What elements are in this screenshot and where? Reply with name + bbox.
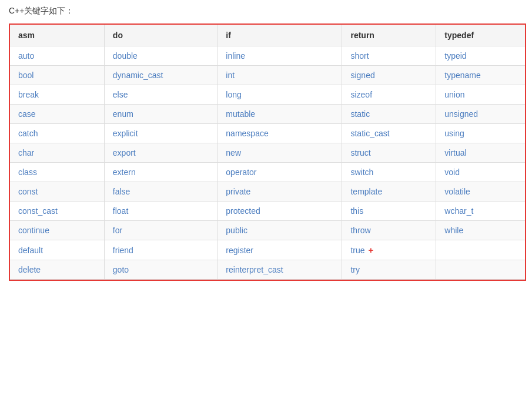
table-row: continueforpublicthrowwhile <box>10 221 525 240</box>
table-cell: float <box>104 202 218 221</box>
table-cell: try <box>342 260 436 280</box>
table-cell: long <box>218 85 342 105</box>
table-cell: virtual <box>436 143 525 163</box>
table-cell: goto <box>104 260 218 280</box>
table-cell: char <box>10 143 104 163</box>
plus-icon: + <box>369 245 374 255</box>
page-title: C++关键字如下： <box>9 6 523 16</box>
table-row: const_castfloatprotectedthiswchar_t <box>10 202 525 221</box>
table-cell: static_cast <box>342 124 436 143</box>
col-header-2: do <box>104 25 218 46</box>
table-row: classexternoperatorswitchvoid <box>10 163 525 182</box>
table-row: defaultfriendregistertrue+ <box>10 240 525 260</box>
table-cell: for <box>104 221 218 240</box>
table-cell: throw <box>342 221 436 240</box>
table-cell: struct <box>342 143 436 163</box>
table-cell: break <box>10 85 104 105</box>
table-cell: friend <box>104 240 218 260</box>
table-cell: unsigned <box>436 105 525 124</box>
keywords-table-wrapper: asm do if return typedef autodoubleinlin… <box>9 24 526 281</box>
table-cell: typename <box>436 66 525 85</box>
table-cell: delete <box>10 260 104 280</box>
table-cell: default <box>10 240 104 260</box>
table-cell: int <box>218 66 342 85</box>
table-cell: export <box>104 143 218 163</box>
table-cell: typeid <box>436 46 525 66</box>
table-cell: const <box>10 182 104 202</box>
table-cell: template <box>342 182 436 202</box>
table-row: constfalseprivatetemplatevolatile <box>10 182 525 202</box>
table-cell: public <box>218 221 342 240</box>
table-cell: short <box>342 46 436 66</box>
table-row: booldynamic_castintsignedtypename <box>10 66 525 85</box>
col-header-1: asm <box>10 25 104 46</box>
col-header-4: return <box>342 25 436 46</box>
table-cell: switch <box>342 163 436 182</box>
table-cell <box>436 240 525 260</box>
table-cell: protected <box>218 202 342 221</box>
table-cell: new <box>218 143 342 163</box>
table-cell: volatile <box>436 182 525 202</box>
table-cell: reinterpret_cast <box>218 260 342 280</box>
table-cell: operator <box>218 163 342 182</box>
table-cell: register <box>218 240 342 260</box>
table-header-row: asm do if return typedef <box>10 25 525 46</box>
table-cell: union <box>436 85 525 105</box>
table-cell: false <box>104 182 218 202</box>
table-cell: enum <box>104 105 218 124</box>
table-row: catchexplicitnamespacestatic_castusing <box>10 124 525 143</box>
table-cell: else <box>104 85 218 105</box>
table-cell: mutable <box>218 105 342 124</box>
table-cell: while <box>436 221 525 240</box>
table-cell: bool <box>10 66 104 85</box>
table-cell: explicit <box>104 124 218 143</box>
table-cell: class <box>10 163 104 182</box>
table-cell: true+ <box>342 240 436 260</box>
table-cell <box>436 260 525 280</box>
table-row: autodoubleinlineshorttypeid <box>10 46 525 66</box>
table-row: charexportnewstructvirtual <box>10 143 525 163</box>
table-cell: wchar_t <box>436 202 525 221</box>
table-cell: double <box>104 46 218 66</box>
table-cell: extern <box>104 163 218 182</box>
table-cell: this <box>342 202 436 221</box>
col-header-5: typedef <box>436 25 525 46</box>
table-body: autodoubleinlineshorttypeidbooldynamic_c… <box>10 46 525 280</box>
table-cell: static <box>342 105 436 124</box>
table-cell: void <box>436 163 525 182</box>
table-row: breakelselongsizeofunion <box>10 85 525 105</box>
table-cell: continue <box>10 221 104 240</box>
table-cell: catch <box>10 124 104 143</box>
table-cell: auto <box>10 46 104 66</box>
table-cell: const_cast <box>10 202 104 221</box>
table-cell: using <box>436 124 525 143</box>
table-cell: inline <box>218 46 342 66</box>
table-cell: case <box>10 105 104 124</box>
table-cell: sizeof <box>342 85 436 105</box>
col-header-3: if <box>218 25 342 46</box>
table-cell: private <box>218 182 342 202</box>
table-cell: namespace <box>218 124 342 143</box>
keywords-table: asm do if return typedef autodoubleinlin… <box>10 25 525 280</box>
table-row: caseenummutablestaticunsigned <box>10 105 525 124</box>
table-cell: signed <box>342 66 436 85</box>
table-row: deletegotoreinterpret_casttry <box>10 260 525 280</box>
table-cell: dynamic_cast <box>104 66 218 85</box>
